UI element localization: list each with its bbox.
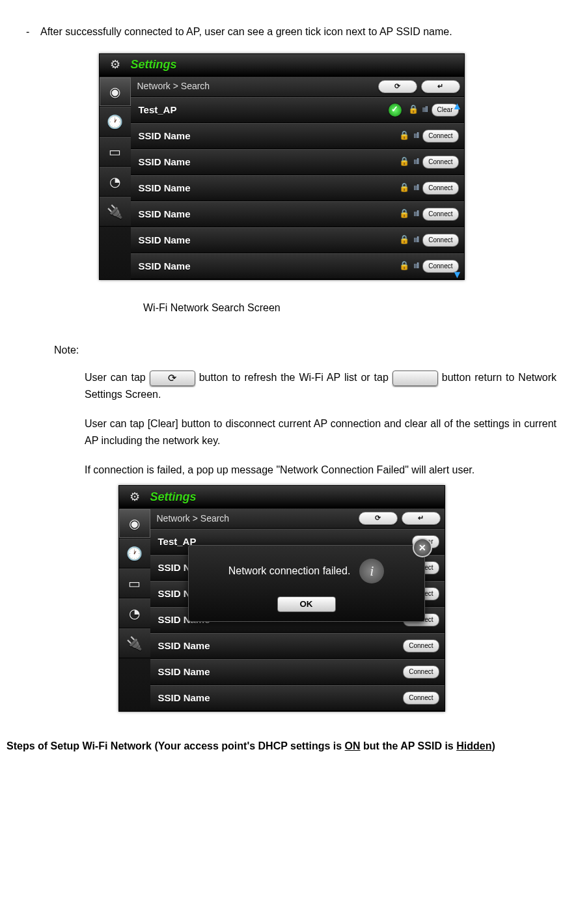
ssid-name: SSID Name <box>139 259 397 274</box>
wifi-row[interactable]: SSID NameConnect <box>150 633 445 659</box>
ssid-name: SSID Name <box>139 154 397 170</box>
connect-button[interactable]: Connect <box>422 208 458 221</box>
wifi-row[interactable]: SSID Name 🔒 ııll Connect <box>131 149 464 175</box>
connect-button[interactable]: Connect <box>403 639 439 652</box>
inline-back-button: x <box>392 371 438 386</box>
wifi-row[interactable]: SSID Name 🔒 ııll Connect <box>131 253 464 279</box>
wifi-icon: ◉ <box>109 81 120 102</box>
note-label: Note: <box>7 342 556 359</box>
sidebar-item-chart[interactable]: ◔ <box>100 167 131 197</box>
ssid-name: SSID Name <box>158 638 404 654</box>
wifi-row[interactable]: SSID Name 🔒 ııll Connect <box>131 123 464 149</box>
back-button[interactable]: ↵ <box>402 512 441 525</box>
display-icon: ▭ <box>109 141 121 162</box>
ssid-name: SSID Name <box>139 232 397 248</box>
wifi-icon: ◉ <box>129 513 140 534</box>
note-3: If connection is failed, a pop up messag… <box>7 462 556 479</box>
pie-icon: ◔ <box>109 171 120 192</box>
heading-hidden: Hidden <box>456 740 491 751</box>
lock-icon: 🔒 <box>399 233 409 247</box>
back-button[interactable]: ↵ <box>421 80 460 93</box>
clock-icon: 🕐 <box>126 543 143 564</box>
lock-icon: 🔒 <box>408 103 419 117</box>
info-icon: i <box>359 559 384 583</box>
connect-button[interactable]: Connect <box>422 234 458 247</box>
lock-icon: 🔒 <box>399 155 409 169</box>
caption-1: Wi-Fi Network Search Screen <box>7 300 556 316</box>
gear-icon: ⚙ <box>119 488 150 507</box>
error-modal: ✕ Network connection failed. i OK <box>188 545 425 622</box>
sidebar: ◉ 🕐 ▭ ◔ 🔌 <box>100 77 131 279</box>
wifi-row[interactable]: SSID Name 🔒 ııll Connect <box>131 227 464 253</box>
wifi-row[interactable]: SSID Name 🔒 ııll Connect <box>131 201 464 227</box>
sidebar-item-network[interactable]: ◉ <box>100 77 131 107</box>
device-screenshot-2: ⚙ Settings ◉ 🕐 ▭ ◔ 🔌 Network > Search ⟳ … <box>118 485 445 712</box>
refresh-icon: ⟳ <box>168 370 176 387</box>
device-header: ⚙ Settings <box>100 54 464 77</box>
scroll-up-icon[interactable]: ▲ <box>452 98 463 108</box>
intro-bullet: -After successfully connected to AP, use… <box>7 23 556 40</box>
connected-tick-icon: ✓ <box>389 104 402 117</box>
sidebar-item-display[interactable]: ▭ <box>100 137 131 167</box>
sidebar-item-display[interactable]: ▭ <box>119 568 150 598</box>
breadcrumb-row: Network > Search ⟳ ↵ <box>131 77 464 97</box>
modal-ok-button[interactable]: OK <box>277 596 336 612</box>
heading-on: ON <box>345 740 361 751</box>
signal-icon: ııll <box>413 130 419 142</box>
refresh-button[interactable]: ⟳ <box>359 512 398 525</box>
device-title: Settings <box>131 55 177 74</box>
signal-icon: ııll <box>413 156 419 168</box>
note-1: User can tap ⟳ button to refresh the Wi-… <box>7 369 556 402</box>
connect-button[interactable]: Connect <box>422 156 458 169</box>
sidebar-item-clock[interactable]: 🕐 <box>119 539 150 568</box>
connect-button[interactable]: Connect <box>422 182 458 195</box>
scroll-down-icon[interactable]: ▼ <box>452 266 463 277</box>
ssid-name: SSID Name <box>139 180 397 196</box>
ssid-name: Test_AP <box>139 102 389 118</box>
plug-icon: 🔌 <box>107 201 123 222</box>
heading-a: Steps of Setup Wi-Fi Network (Your acces… <box>7 740 345 751</box>
refresh-icon: ⟳ <box>394 81 400 92</box>
note1-b: button to refresh the Wi-Fi AP list or t… <box>199 372 392 383</box>
device-title: Settings <box>150 488 197 507</box>
connect-button[interactable]: Connect <box>403 692 439 705</box>
sidebar-item-power[interactable]: 🔌 <box>100 197 131 227</box>
signal-icon: ııll <box>413 260 419 272</box>
breadcrumb: Network > Search <box>157 511 230 525</box>
enter-icon: ↵ <box>437 81 443 92</box>
breadcrumb: Network > Search <box>137 79 210 93</box>
refresh-icon: ⟳ <box>375 512 381 524</box>
plug-icon: 🔌 <box>126 633 143 654</box>
wifi-row[interactable]: SSID NameConnect <box>150 659 445 685</box>
connect-button[interactable]: Connect <box>403 665 439 679</box>
wifi-row[interactable]: SSID NameConnect <box>150 685 445 711</box>
lock-icon: 🔒 <box>399 207 409 221</box>
bottom-heading: Steps of Setup Wi-Fi Network (Your acces… <box>7 738 556 755</box>
modal-close-button[interactable]: ✕ <box>413 538 432 557</box>
note-2: User can tap [Clear] button to disconnec… <box>7 415 556 449</box>
sidebar-item-clock[interactable]: 🕐 <box>100 107 131 137</box>
wifi-row[interactable]: SSID Name 🔒 ııll Connect <box>131 175 464 201</box>
intro-text: After successfully connected to AP, user… <box>40 26 452 37</box>
modal-message: Network connection failed. <box>228 563 351 580</box>
signal-icon: ııll <box>413 182 419 194</box>
signal-icon: ııll <box>413 234 419 246</box>
lock-icon: 🔒 <box>399 129 409 143</box>
connect-button[interactable]: Connect <box>422 130 458 143</box>
ssid-name: SSID Name <box>139 206 397 222</box>
breadcrumb-row: Network > Search ⟳ ↵ <box>150 509 445 529</box>
sidebar-item-power[interactable]: 🔌 <box>119 628 150 658</box>
display-icon: ▭ <box>128 573 141 594</box>
heading-b: but the AP SSID is <box>361 740 457 751</box>
device-main: Network > Search ⟳ ↵ Test_AP ✓ 🔒 ııll Cl… <box>131 77 464 279</box>
sidebar: ◉ 🕐 ▭ ◔ 🔌 <box>119 509 150 711</box>
heading-c: ) <box>491 740 495 751</box>
sidebar-item-chart[interactable]: ◔ <box>119 598 150 628</box>
sidebar-item-network[interactable]: ◉ <box>119 509 150 539</box>
device-screenshot-1: ⚙ Settings ◉ 🕐 ▭ ◔ 🔌 Network > Search ⟳ … <box>99 53 465 280</box>
pie-icon: ◔ <box>129 603 140 624</box>
refresh-button[interactable]: ⟳ <box>378 80 417 93</box>
gear-icon: ⚙ <box>100 55 131 74</box>
inline-refresh-button: ⟳ <box>150 371 195 386</box>
wifi-row[interactable]: Test_AP ✓ 🔒 ııll Clear <box>131 97 464 123</box>
